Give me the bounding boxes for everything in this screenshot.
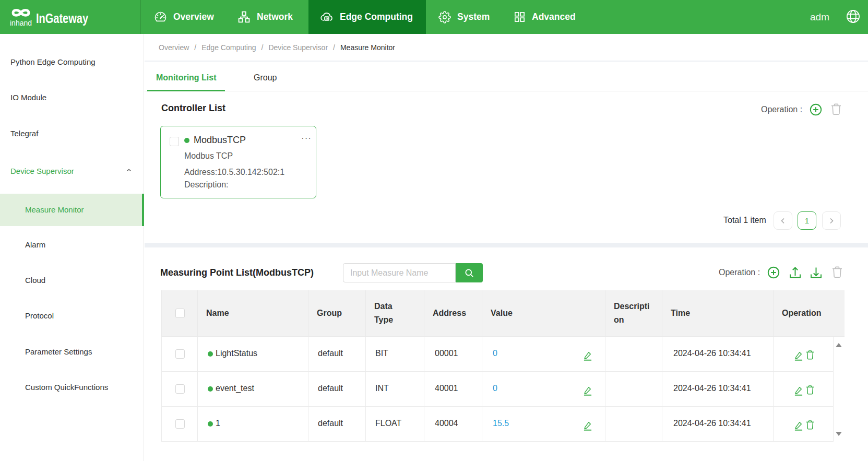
svg-text:inhand: inhand	[10, 19, 32, 27]
